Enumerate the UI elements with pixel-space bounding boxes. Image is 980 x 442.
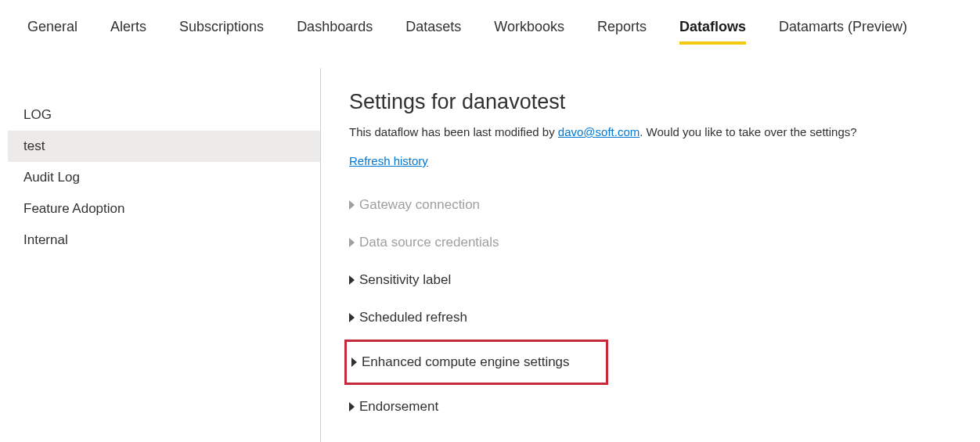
section-enhanced-compute-engine[interactable]: Enhanced compute engine settings	[348, 345, 601, 379]
section-sensitivity-label[interactable]: Sensitivity label	[349, 261, 980, 299]
caret-right-icon	[349, 402, 355, 411]
tab-reports[interactable]: Reports	[597, 9, 665, 45]
subtitle-suffix: . Would you like to take over the settin…	[640, 125, 856, 138]
accordion-list: Gateway connection Data source credentia…	[349, 186, 980, 426]
section-scheduled-refresh[interactable]: Scheduled refresh	[349, 299, 980, 336]
top-tab-bar: General Alerts Subscriptions Dashboards …	[0, 0, 980, 45]
section-label: Enhanced compute engine settings	[362, 354, 570, 370]
subtitle: This dataflow has been last modified by …	[349, 125, 980, 138]
section-label: Scheduled refresh	[359, 310, 467, 325]
sidebar-item-test[interactable]: test	[8, 131, 320, 162]
page-title: Settings for danavotest	[349, 90, 980, 114]
main-panel: Settings for danavotest This dataflow ha…	[321, 68, 980, 442]
subtitle-prefix: This dataflow has been last modified by	[349, 125, 558, 138]
sidebar-item-feature-adoption[interactable]: Feature Adoption	[8, 193, 320, 225]
tab-datasets[interactable]: Datasets	[405, 9, 480, 45]
modified-by-email-link[interactable]: davo@soft.com	[558, 125, 640, 138]
section-endorsement[interactable]: Endorsement	[349, 388, 980, 426]
caret-right-icon	[349, 275, 355, 285]
caret-right-icon	[349, 238, 355, 247]
section-label: Endorsement	[359, 399, 438, 415]
highlighted-section-box: Enhanced compute engine settings	[344, 340, 608, 385]
tab-dataflows[interactable]: Dataflows	[679, 9, 765, 45]
sidebar-item-audit-log[interactable]: Audit Log	[8, 162, 320, 193]
tab-datamarts[interactable]: Datamarts (Preview)	[779, 9, 926, 45]
tab-workbooks[interactable]: Workbooks	[494, 9, 583, 45]
tab-alerts[interactable]: Alerts	[110, 9, 165, 45]
refresh-history-link[interactable]: Refresh history	[349, 154, 428, 167]
tab-dashboards[interactable]: Dashboards	[297, 9, 391, 45]
tab-subscriptions[interactable]: Subscriptions	[179, 9, 283, 45]
sidebar-item-log[interactable]: LOG	[8, 99, 320, 131]
section-label: Data source credentials	[359, 235, 499, 250]
section-data-source-credentials[interactable]: Data source credentials	[349, 224, 980, 261]
caret-right-icon	[351, 358, 357, 367]
section-label: Gateway connection	[359, 197, 480, 213]
tab-general[interactable]: General	[27, 9, 96, 45]
sidebar: LOG test Audit Log Feature Adoption Inte…	[0, 68, 321, 442]
caret-right-icon	[349, 200, 355, 210]
sidebar-item-internal[interactable]: Internal	[8, 225, 320, 256]
section-gateway-connection[interactable]: Gateway connection	[349, 186, 980, 224]
caret-right-icon	[349, 313, 355, 322]
section-label: Sensitivity label	[359, 272, 451, 288]
